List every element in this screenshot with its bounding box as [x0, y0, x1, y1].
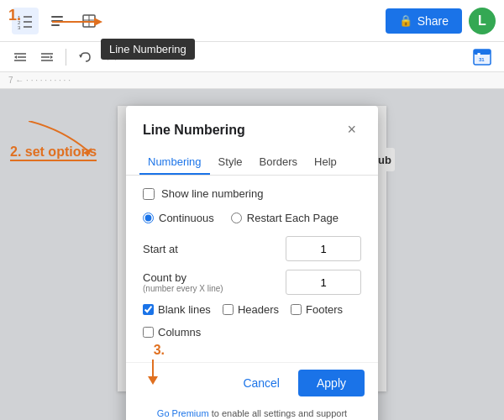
dialog-body: Show line numbering Continuous Restart E…: [126, 176, 378, 362]
dialog-title: Line Numbering: [143, 123, 245, 138]
start-at-input[interactable]: [286, 236, 361, 261]
svg-text:31: 31: [479, 57, 485, 62]
continuous-label: Continuous: [159, 212, 214, 224]
options-row1: Blank lines Headers Footers: [143, 303, 361, 316]
calendar-icon: ◼ 31: [471, 46, 493, 68]
undo-icon: [77, 50, 92, 65]
step2-arrow-icon: [29, 121, 96, 155]
columns-checkbox[interactable]: [143, 327, 154, 338]
dialog-footer: 3. Cancel Apply: [126, 362, 378, 407]
indent-right-button[interactable]: [35, 45, 59, 69]
tab-numbering[interactable]: Numbering: [139, 150, 210, 175]
tooltip: Line Numbering: [101, 39, 195, 60]
calendar-button[interactable]: ◼ 31: [469, 44, 496, 71]
ruler-mark: 7 ← · · · · · · · · · ·: [8, 76, 71, 85]
lock-icon: 🔒: [399, 14, 412, 27]
svg-text:3: 3: [18, 25, 21, 29]
svg-rect-24: [474, 50, 491, 55]
options-row2: Columns: [143, 326, 361, 339]
footers-checkbox[interactable]: [291, 304, 302, 315]
count-by-label-group: Count by (number every X line): [143, 271, 223, 293]
start-at-label: Start at: [143, 243, 178, 255]
main-content: 2. set options Club is c.../P Award...ow…: [0, 89, 504, 420]
apply-button[interactable]: Apply: [298, 370, 365, 396]
show-line-numbering-label: Show line numbering: [161, 187, 263, 200]
show-line-numbering-row: Show line numbering: [143, 187, 361, 200]
headers-checkbox[interactable]: [223, 304, 234, 315]
blank-lines-checkbox[interactable]: [143, 304, 154, 315]
headers-label: Headers: [238, 303, 279, 316]
undo-button[interactable]: [73, 45, 97, 69]
restart-radio[interactable]: [231, 213, 242, 223]
tab-borders[interactable]: Borders: [251, 150, 307, 175]
secondary-toolbar: ◼ 31: [0, 42, 504, 72]
columns-label: Columns: [158, 326, 201, 339]
continuous-option[interactable]: Continuous: [143, 212, 214, 224]
indent-left-icon: [13, 50, 28, 65]
svg-text:◼: ◼: [477, 51, 480, 56]
indent-right-icon: [39, 50, 55, 65]
start-at-label-group: Start at: [143, 243, 178, 255]
restart-label: Restart Each Page: [247, 212, 339, 224]
ruler: 7 ← · · · · · · · · · ·: [0, 72, 504, 89]
toolbar-divider: [66, 49, 66, 66]
main-toolbar: 1. 1 2 3: [0, 0, 504, 42]
tab-help[interactable]: Help: [306, 150, 345, 175]
count-by-sublabel: (number every X line): [143, 284, 223, 293]
count-by-input[interactable]: [286, 270, 361, 295]
indent-left-button[interactable]: [8, 45, 32, 69]
show-line-numbering-checkbox[interactable]: [143, 188, 155, 200]
dialog-tabs: Numbering Style Borders Help: [126, 150, 378, 176]
dialog-header: Line Numbering ×: [126, 106, 378, 150]
svg-marker-1: [94, 18, 102, 26]
premium-description: to enable all settings and support devel…: [203, 408, 347, 420]
step3-label: 3.: [154, 343, 165, 358]
footers-label: Footers: [306, 303, 343, 316]
dialog-close-button[interactable]: ×: [342, 119, 361, 140]
start-at-row: Start at: [143, 236, 361, 261]
svg-marker-29: [148, 376, 158, 385]
continuous-radio[interactable]: [143, 213, 154, 223]
footers-option[interactable]: Footers: [291, 303, 343, 316]
svg-marker-22: [79, 55, 82, 58]
premium-section: Go Premium to enable all settings and su…: [126, 407, 378, 420]
blank-lines-label: Blank lines: [158, 303, 211, 316]
step1-arrow-icon: [52, 13, 102, 30]
premium-link[interactable]: Go Premium: [157, 408, 209, 418]
numbering-type-row: Continuous Restart Each Page: [143, 212, 361, 224]
tab-style[interactable]: Style: [210, 150, 251, 175]
share-label: Share: [417, 14, 449, 28]
step1-label: 1.: [8, 7, 21, 24]
columns-option[interactable]: Columns: [143, 326, 201, 339]
svg-marker-21: [50, 55, 53, 59]
count-by-label: Count by: [143, 271, 223, 284]
avatar: L: [469, 8, 496, 34]
cancel-button[interactable]: Cancel: [233, 370, 290, 396]
blank-lines-option[interactable]: Blank lines: [143, 303, 211, 316]
step3-arrow-icon: [144, 360, 161, 385]
line-numbering-dialog: Line Numbering × Numbering Style Borders…: [126, 106, 378, 420]
headers-option[interactable]: Headers: [223, 303, 279, 316]
restart-each-page-option[interactable]: Restart Each Page: [231, 212, 339, 224]
svg-marker-17: [14, 55, 17, 59]
share-button[interactable]: 🔒 Share: [386, 8, 462, 34]
count-by-row: Count by (number every X line): [143, 270, 361, 295]
